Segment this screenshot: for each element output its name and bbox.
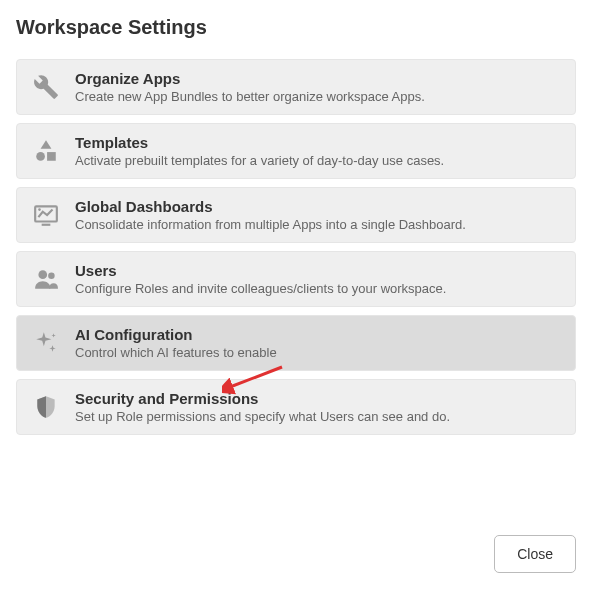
item-text: Templates Activate prebuilt templates fo… [75, 134, 444, 168]
svg-point-1 [36, 152, 45, 161]
svg-point-6 [38, 270, 47, 279]
close-button[interactable]: Close [494, 535, 576, 573]
item-text: Security and Permissions Set up Role per… [75, 390, 450, 424]
svg-point-7 [48, 273, 54, 280]
item-desc: Activate prebuilt templates for a variet… [75, 153, 444, 168]
item-desc: Set up Role permissions and specify what… [75, 409, 450, 424]
item-desc: Configure Roles and invite colleagues/cl… [75, 281, 446, 296]
settings-list: Organize Apps Create new App Bundles to … [16, 59, 576, 435]
svg-point-4 [38, 208, 41, 211]
sparkle-icon [31, 328, 61, 358]
item-title: Organize Apps [75, 70, 425, 87]
svg-marker-0 [41, 140, 52, 149]
dashboard-icon [31, 200, 61, 230]
svg-rect-5 [42, 224, 51, 226]
shield-icon [31, 392, 61, 422]
item-text: Users Configure Roles and invite colleag… [75, 262, 446, 296]
settings-item-templates[interactable]: Templates Activate prebuilt templates fo… [16, 123, 576, 179]
settings-item-users[interactable]: Users Configure Roles and invite colleag… [16, 251, 576, 307]
item-text: AI Configuration Control which AI featur… [75, 326, 277, 360]
item-title: Security and Permissions [75, 390, 450, 407]
settings-item-organize-apps[interactable]: Organize Apps Create new App Bundles to … [16, 59, 576, 115]
users-icon [31, 264, 61, 294]
item-text: Global Dashboards Consolidate informatio… [75, 198, 466, 232]
tools-icon [31, 72, 61, 102]
item-title: Templates [75, 134, 444, 151]
page-title: Workspace Settings [16, 16, 576, 39]
shapes-icon [31, 136, 61, 166]
svg-rect-2 [47, 152, 56, 161]
settings-item-ai-configuration[interactable]: AI Configuration Control which AI featur… [16, 315, 576, 371]
item-title: AI Configuration [75, 326, 277, 343]
dialog-footer: Close [494, 535, 576, 573]
item-text: Organize Apps Create new App Bundles to … [75, 70, 425, 104]
item-title: Global Dashboards [75, 198, 466, 215]
item-desc: Control which AI features to enable [75, 345, 277, 360]
settings-item-security-permissions[interactable]: Security and Permissions Set up Role per… [16, 379, 576, 435]
item-desc: Consolidate information from multiple Ap… [75, 217, 466, 232]
item-title: Users [75, 262, 446, 279]
settings-item-global-dashboards[interactable]: Global Dashboards Consolidate informatio… [16, 187, 576, 243]
item-desc: Create new App Bundles to better organiz… [75, 89, 425, 104]
